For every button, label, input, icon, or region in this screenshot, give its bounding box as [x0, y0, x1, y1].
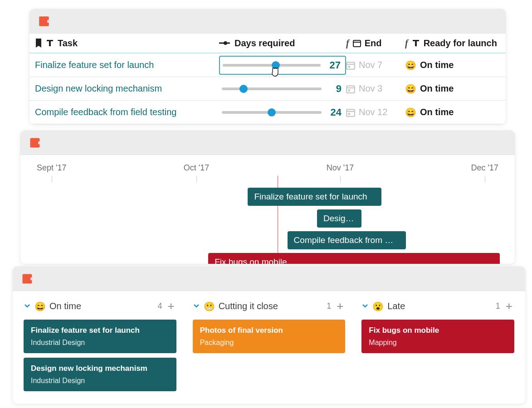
- month-label: Dec '17: [471, 163, 498, 173]
- days-slider[interactable]: 9: [219, 80, 346, 97]
- kanban-column-count: 4: [157, 301, 162, 311]
- kanban-card[interactable]: Photos of final version Packaging: [193, 320, 346, 353]
- card-title: Photos of final version: [200, 326, 338, 335]
- coda-logo-icon: [38, 15, 50, 28]
- svg-rect-5: [347, 62, 355, 69]
- svg-point-2: [224, 41, 227, 45]
- calendar-icon: [346, 61, 355, 70]
- chevron-down-icon[interactable]: [193, 301, 200, 311]
- status-emoji-icon: 😄: [405, 84, 416, 93]
- timeline-bar[interactable]: Finalize feature set for launch: [248, 188, 381, 206]
- panel-header: [29, 9, 506, 34]
- status-emoji-icon: 😄: [405, 108, 416, 117]
- end-date-cell: Nov 3: [359, 83, 382, 94]
- card-subtitle: Packaging: [200, 339, 338, 347]
- card-subtitle: Mapping: [369, 339, 507, 347]
- status-emoji-icon: 😄: [34, 302, 46, 311]
- card-title: Design new locking mechanism: [31, 364, 169, 373]
- table-row[interactable]: Compile feedback from field testing 24 N…: [29, 101, 506, 124]
- month-label: Oct '17: [184, 163, 209, 173]
- kanban-column-count: 1: [327, 301, 331, 311]
- kanban-column: 😄 On time 4 + Finalize feature set for l…: [24, 299, 176, 396]
- card-title: Fix bugs on mobile: [369, 326, 507, 335]
- kanban-column-header[interactable]: 😮 Late 1 +: [361, 299, 514, 313]
- coda-logo-icon: [29, 136, 41, 149]
- ready-status-cell: On time: [420, 83, 454, 94]
- timeline-body[interactable]: Sept '17Oct '17Nov '17Dec '17 Finalize f…: [20, 155, 515, 264]
- month-label: Sept '17: [37, 163, 67, 173]
- column-header-days[interactable]: Days required: [234, 38, 295, 49]
- kanban-column: 😬 Cutting it close 1 + Photos of final v…: [193, 299, 346, 396]
- panel-header: [20, 131, 515, 155]
- chevron-down-icon[interactable]: [361, 301, 369, 311]
- ready-status-cell: On time: [420, 60, 454, 70]
- kanban-column-title: Late: [387, 301, 405, 311]
- timeline-bar[interactable]: Compile feedback from …: [288, 231, 406, 249]
- days-value: 27: [327, 59, 341, 71]
- add-card-button[interactable]: +: [335, 299, 345, 313]
- column-header-task[interactable]: Task: [58, 38, 78, 49]
- card-subtitle: Industrial Design: [31, 377, 169, 385]
- add-card-button[interactable]: +: [166, 299, 176, 313]
- formula-icon: f: [346, 38, 349, 49]
- kanban-column-title: Cutting it close: [219, 301, 278, 311]
- text-type-icon: [412, 39, 420, 47]
- slider-icon: [219, 40, 230, 46]
- kanban-card[interactable]: Finalize feature set for launch Industri…: [24, 320, 176, 353]
- task-name-cell[interactable]: Compile feedback from field testing: [29, 107, 219, 117]
- timeline-bar[interactable]: Desig…: [317, 209, 361, 228]
- svg-rect-13: [348, 113, 350, 115]
- svg-rect-7: [348, 66, 350, 68]
- table-row[interactable]: Finalize feature set for launch 27 Nov 7…: [29, 53, 506, 77]
- status-emoji-icon: 😄: [405, 61, 416, 70]
- svg-rect-10: [348, 89, 350, 91]
- add-card-button[interactable]: +: [504, 299, 514, 313]
- ready-status-cell: On time: [420, 107, 454, 117]
- days-value: 9: [328, 83, 342, 95]
- table-view-panel: Task Days required f End f Ready for lau…: [29, 9, 506, 124]
- task-name-cell[interactable]: Finalize feature set for launch: [29, 60, 219, 70]
- end-date-cell: Nov 7: [359, 60, 382, 70]
- kanban-view-panel: 😄 On time 4 + Finalize feature set for l…: [13, 267, 525, 404]
- kanban-column: 😮 Late 1 + Fix bugs on mobile Mapping: [361, 299, 514, 396]
- column-header-end[interactable]: End: [365, 38, 382, 49]
- kanban-column-header[interactable]: 😬 Cutting it close 1 +: [193, 299, 346, 313]
- end-date-cell: Nov 12: [359, 107, 387, 117]
- task-name-cell[interactable]: Design new locking mechanism: [29, 83, 219, 94]
- kanban-column-count: 1: [496, 301, 500, 311]
- kanban-card[interactable]: Design new locking mechanism Industrial …: [24, 358, 176, 391]
- kanban-column-header[interactable]: 😄 On time 4 +: [24, 299, 176, 313]
- days-value: 24: [328, 107, 342, 118]
- timeline-bar[interactable]: Fix bugs on mobile: [208, 253, 500, 264]
- bookmark-icon: [35, 39, 42, 48]
- column-header-ready[interactable]: Ready for launch: [424, 38, 497, 49]
- table-row[interactable]: Design new locking mechanism 9 Nov 3 😄 O…: [29, 77, 506, 101]
- svg-rect-11: [347, 109, 355, 117]
- calendar-icon: [346, 84, 355, 93]
- days-slider[interactable]: 27: [219, 56, 346, 75]
- text-type-icon: [46, 39, 54, 47]
- kanban-card[interactable]: Fix bugs on mobile Mapping: [361, 320, 514, 353]
- formula-icon: f: [405, 38, 408, 49]
- card-title: Finalize feature set for launch: [31, 326, 169, 335]
- month-label: Nov '17: [327, 163, 354, 173]
- calendar-icon: [353, 39, 361, 47]
- status-emoji-icon: 😬: [204, 302, 215, 311]
- svg-rect-3: [353, 40, 361, 47]
- card-subtitle: Industrial Design: [31, 339, 169, 347]
- svg-rect-8: [347, 86, 355, 93]
- timeline-view-panel: Sept '17Oct '17Nov '17Dec '17 Finalize f…: [20, 131, 515, 264]
- status-emoji-icon: 😮: [372, 302, 384, 311]
- calendar-icon: [346, 108, 355, 117]
- panel-header: [13, 267, 525, 291]
- kanban-column-title: On time: [49, 301, 81, 311]
- chevron-down-icon[interactable]: [24, 301, 31, 311]
- table-header-row: Task Days required f End f Ready for lau…: [29, 34, 506, 53]
- coda-logo-icon: [21, 272, 34, 285]
- days-slider[interactable]: 24: [219, 104, 346, 121]
